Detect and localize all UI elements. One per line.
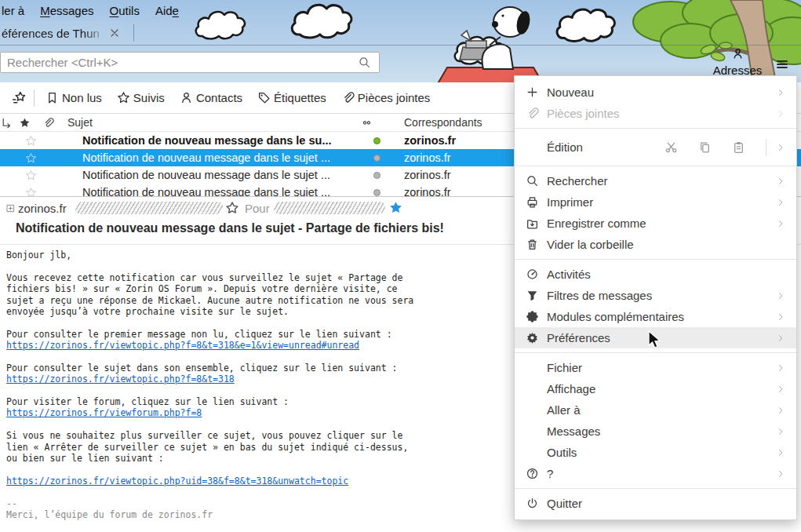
column-header-subject[interactable]: Sujet (66, 116, 361, 129)
menu-item-label: ? (547, 467, 553, 480)
menu-item-outils[interactable]: Outils (515, 442, 796, 463)
menu-item-label: Enregistrer comme (547, 217, 646, 230)
menubar-item-ler-[interactable]: ler à (2, 4, 24, 17)
tag-icon (257, 91, 271, 104)
sender-domain[interactable]: zorinos.fr (18, 202, 67, 215)
star-icon[interactable] (25, 187, 37, 197)
window-top-divider (0, 45, 801, 46)
menu-item-affichage[interactable]: Affichage (515, 378, 796, 399)
redacted-sender (75, 202, 224, 214)
body-link[interactable]: https://zorinos.fr/viewtopic.php?f=8&t=3… (6, 340, 359, 351)
printer-icon (526, 195, 539, 209)
menu-item-?[interactable]: ? (515, 463, 796, 484)
expander-plus-icon[interactable] (6, 204, 15, 213)
star-icon (117, 91, 130, 104)
menu-item-fichier[interactable]: Fichier (515, 357, 796, 378)
body-link[interactable]: https://zorinos.fr/viewforum.php?f=8 (6, 407, 202, 418)
star-icon[interactable] (25, 169, 37, 181)
copy-icon[interactable] (698, 140, 712, 154)
search-icon[interactable] (358, 56, 371, 69)
menu-separator (515, 352, 796, 353)
redacted-recipient (273, 202, 386, 214)
star-icon[interactable] (25, 135, 37, 147)
chevron-right-icon (776, 88, 785, 97)
hamburger-icon[interactable] (774, 58, 790, 71)
quickfilter-étiquettes[interactable]: Étiquettes (257, 91, 326, 104)
body-link[interactable]: https://zorinos.fr/viewtopic.php?uid=38&… (6, 476, 348, 486)
mouse-cursor (648, 330, 663, 351)
menu-item-rechercher[interactable]: Rechercher (515, 170, 796, 191)
menu-item-enregistrer-comme[interactable]: Enregistrer comme (515, 213, 796, 234)
body-link[interactable]: https://zorinos.fr/viewtopic.php?f=8&t=3… (6, 373, 235, 384)
scissors-icon[interactable] (664, 140, 678, 154)
attachment-column-icon[interactable] (42, 117, 54, 129)
bookmark-icon (46, 91, 59, 104)
star-outline-icon[interactable] (225, 201, 239, 215)
puzzle-icon (526, 310, 539, 323)
tab-preferences[interactable]: éférences de Thun (0, 21, 124, 45)
menu-item-right (776, 312, 785, 322)
unread-dot[interactable] (373, 137, 380, 144)
menu-item-label: Édition (547, 140, 583, 154)
menubar-item-aide[interactable]: Aide (155, 4, 179, 17)
quickfilter-pi-ces-jointes[interactable]: Pièces jointes (341, 91, 431, 104)
menu-item-quitter[interactable]: Quitter (515, 493, 796, 514)
menu-item-right (776, 198, 785, 207)
paperclip-icon (341, 91, 355, 104)
thread-icon[interactable] (0, 117, 12, 129)
menubar-item-messages[interactable]: Messages (40, 4, 93, 17)
chevron-right-icon (776, 177, 785, 186)
close-icon[interactable] (108, 27, 121, 39)
chevron-right-icon (776, 219, 785, 228)
search-input[interactable] (0, 52, 380, 73)
menubar: ler àMessagesOutilsAide (0, 0, 801, 21)
menu-item-right (776, 469, 785, 479)
quickfilter-label: Contacts (196, 91, 242, 104)
chevron-right-icon (776, 312, 785, 322)
tab-bar: éférences de Thun (0, 21, 801, 45)
menu-item-label: Préférences (547, 331, 610, 344)
menu-item-label: Nouveau (547, 86, 594, 99)
menu-item-label: Messages (547, 425, 600, 438)
starred-icon[interactable] (388, 200, 403, 215)
chevron-right-icon (776, 469, 785, 479)
menu-item-édition[interactable]: Édition (515, 133, 796, 162)
menu-item-label: Quitter (547, 497, 582, 510)
chevron-right-icon (776, 406, 785, 415)
star-icon[interactable] (25, 152, 37, 164)
tab-divider (133, 24, 134, 42)
menu-item-messages[interactable]: Messages (515, 421, 796, 442)
paste-icon[interactable] (732, 140, 745, 154)
menu-item-modules-complémentaires[interactable]: Modules complémentaires (515, 306, 796, 327)
menu-item-right (776, 109, 785, 118)
menu-item-right (776, 219, 785, 228)
app-menu-popup: NouveauPièces jointesÉditionRechercherIm… (514, 75, 797, 520)
star-column-icon[interactable] (19, 117, 31, 129)
menu-item-right (776, 177, 785, 186)
menu-item-nouveau[interactable]: Nouveau (515, 82, 796, 103)
read-dot[interactable] (373, 172, 380, 179)
chevron-right-icon (776, 109, 785, 118)
quickfilter-contacts[interactable]: Contacts (180, 91, 242, 104)
menu-item-imprimer[interactable]: Imprimer (515, 191, 796, 213)
address-book-button[interactable]: Adresses (705, 47, 770, 77)
chevron-right-icon (776, 333, 785, 343)
menu-separator (515, 166, 796, 166)
quickfilter-suivis[interactable]: Suivis (117, 91, 165, 104)
read-dots-icon[interactable] (361, 117, 373, 129)
menu-item-label: Activités (547, 268, 591, 281)
menubar-item-outils[interactable]: Outils (110, 4, 140, 17)
menu-vertical-divider (766, 139, 766, 156)
read-dot[interactable] (373, 155, 380, 162)
menu-item-aller-à[interactable]: Aller à (515, 399, 796, 421)
sticky-filter-icon[interactable] (11, 90, 27, 106)
row-subject: Notification de nouveau message dans le … (66, 169, 361, 181)
read-dot[interactable] (373, 189, 380, 196)
quickfilter-non-lus[interactable]: Non lus (46, 91, 102, 104)
menu-item-activités[interactable]: Activités (515, 264, 796, 285)
menu-item-filtres-de-messages[interactable]: Filtres de messages (515, 285, 796, 306)
save-as-icon (526, 217, 539, 230)
menu-item-pièces-jointes[interactable]: Pièces jointes (515, 103, 796, 124)
gear-icon (526, 331, 539, 344)
menu-item-vider-la-corbeille[interactable]: Vider la corbeille (515, 234, 796, 255)
